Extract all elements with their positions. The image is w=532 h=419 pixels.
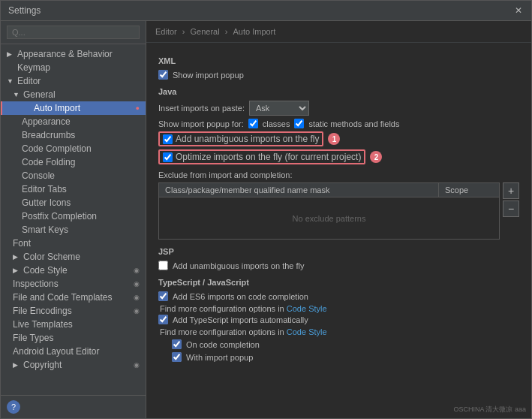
sidebar-item-file-types[interactable]: File Types (1, 331, 146, 345)
sidebar-item-label: Copyright (23, 360, 131, 370)
remove-exclude-button[interactable]: − (503, 200, 519, 217)
title-bar: Settings ✕ (1, 1, 531, 21)
sidebar-item-code-style[interactable]: ▶ Code Style ◉ (1, 264, 146, 277)
sidebar-item-appearance[interactable]: Appearance (1, 115, 146, 128)
ts-add-es6-label: Add ES6 imports on code completion (173, 292, 308, 301)
main-layout: ▶ Appearance & Behavior Keymap ▼ Editor … (1, 21, 531, 418)
sidebar-item-code-completion[interactable]: Code Completion (1, 142, 146, 155)
exclude-table-actions: + − (503, 182, 519, 217)
xml-show-import-popup-checkbox[interactable] (158, 70, 168, 80)
optimize-imports-checkbox[interactable] (163, 152, 173, 162)
ts-add-typescript-checkbox[interactable] (158, 315, 168, 324)
java-section-title: Java (158, 87, 519, 96)
sidebar-item-gutter-icons[interactable]: Gutter Icons (1, 196, 146, 210)
on-code-completion-checkbox[interactable] (172, 339, 182, 349)
breadcrumb-editor: Editor (155, 27, 177, 36)
add-exclude-button[interactable]: + (503, 182, 519, 199)
window-title: Settings (8, 5, 41, 16)
exclude-section-label: Exclude from import and completion: (158, 170, 519, 179)
sidebar-item-label: Code Folding (22, 157, 140, 167)
ts-add-typescript-row: Add TypeScript imports automatically (158, 315, 519, 324)
sidebar-item-editor[interactable]: ▼ Editor (1, 74, 146, 88)
ts-add-es6-checkbox[interactable] (158, 291, 168, 301)
sidebar-item-file-and-code-templates[interactable]: File and Code Templates ◉ (1, 291, 146, 304)
xml-show-import-popup-row: Show import popup (158, 70, 519, 80)
sidebar-item-code-folding[interactable]: Code Folding (1, 155, 146, 169)
sidebar-item-keymap[interactable]: Keymap (1, 61, 146, 74)
sidebar-item-label: Font (13, 238, 140, 249)
sidebar-item-appearance-behavior[interactable]: ▶ Appearance & Behavior (1, 47, 146, 61)
sidebar-item-file-encodings[interactable]: File Encodings ◉ (1, 304, 146, 318)
sidebar-item-label: Inspections (13, 279, 131, 289)
breadcrumb-auto-import: Auto Import (233, 27, 275, 36)
sidebar-item-general[interactable]: ▼ General (1, 88, 146, 101)
on-code-completion-label: On code completion (186, 340, 260, 349)
classes-checkbox[interactable] (248, 119, 258, 128)
sidebar-item-label: File and Code Templates (13, 292, 131, 303)
exclude-table-container: Class/package/member qualified name mask… (158, 182, 519, 240)
sidebar-item-color-scheme[interactable]: ▶ Color Scheme (1, 250, 146, 264)
ts-add-es6-row: Add ES6 imports on code completion (158, 291, 519, 301)
show-import-popup-for-label: Show import popup for: (158, 119, 244, 128)
sidebar-item-smart-keys[interactable]: Smart Keys (1, 223, 146, 237)
ts-find-more-2: Find more configuration options in Code … (158, 327, 519, 336)
sidebar-item-label: File Encodings (13, 306, 131, 316)
arrow-icon: ▶ (7, 50, 14, 58)
add-unambiguous-row: Add unambiguous imports on the fly 1 (158, 131, 519, 146)
insert-imports-row: Insert imports on paste: Ask (158, 101, 519, 116)
static-methods-checkbox[interactable] (294, 119, 304, 128)
sidebar-item-font[interactable]: Font (1, 237, 146, 250)
ts-code-style-link-1[interactable]: Code Style (287, 304, 327, 313)
col-scope-header: Scope (439, 183, 499, 197)
sidebar-item-auto-import[interactable]: Auto Import ● (1, 101, 146, 115)
sidebar-item-editor-tabs[interactable]: Editor Tabs (1, 182, 146, 196)
modified-icon: ◉ (134, 307, 140, 315)
sidebar-item-label: Editor Tabs (22, 184, 140, 194)
sidebar-item-label: Keymap (17, 62, 140, 73)
breadcrumb: Editor › General › Auto Import (146, 21, 531, 43)
sidebar: ▶ Appearance & Behavior Keymap ▼ Editor … (1, 21, 146, 418)
search-input[interactable] (7, 26, 140, 39)
col-name-header: Class/package/member qualified name mask (159, 183, 439, 197)
on-code-completion-row: On code completion (158, 339, 519, 349)
with-import-popup-label: With import popup (186, 353, 253, 362)
sidebar-item-copyright[interactable]: ▶ Copyright ◉ (1, 358, 146, 372)
breadcrumb-sep2: › (225, 27, 230, 36)
sidebar-bottom: ? (1, 395, 146, 418)
sidebar-item-label: Code Style (23, 265, 131, 276)
settings-window: Settings ✕ ▶ Appearance & Behavior Keyma… (0, 0, 532, 419)
jsp-add-unambiguous-checkbox[interactable] (158, 261, 168, 270)
exclude-table-body: No exclude patterns (159, 197, 499, 239)
ts-code-style-link-2[interactable]: Code Style (287, 327, 327, 336)
ts-find-more-1-text: Find more configuration options in (160, 304, 284, 313)
ts-find-more-2-text: Find more configuration options in (160, 327, 284, 336)
jsp-add-unambiguous-label: Add unambiguous imports on the fly (173, 261, 305, 270)
insert-imports-label: Insert imports on paste: (158, 104, 245, 113)
arrow-icon: ▶ (13, 361, 20, 369)
close-button[interactable]: ✕ (513, 5, 524, 16)
with-import-popup-checkbox[interactable] (172, 352, 182, 362)
sidebar-item-breadcrumbs[interactable]: Breadcrumbs (1, 128, 146, 142)
help-button[interactable]: ? (7, 400, 20, 414)
sidebar-item-label: Console (22, 170, 140, 181)
add-unambiguous-label: Add unambiguous imports on the fly (176, 134, 319, 144)
sidebar-item-live-templates[interactable]: Live Templates (1, 318, 146, 331)
ts-find-more-1: Find more configuration options in Code … (158, 304, 519, 313)
breadcrumb-general: General (191, 27, 220, 36)
sidebar-item-label: Postfix Completion (22, 211, 140, 222)
insert-imports-select[interactable]: Ask (249, 101, 309, 116)
sidebar-item-console[interactable]: Console (1, 169, 146, 182)
sidebar-item-inspections[interactable]: Inspections ◉ (1, 277, 146, 291)
exclude-table-header: Class/package/member qualified name mask… (159, 183, 499, 197)
search-bar (1, 21, 146, 44)
ts-add-typescript-label: Add TypeScript imports automatically (173, 315, 308, 324)
classes-label: classes (263, 119, 290, 128)
exclude-empty-label: No exclude patterns (293, 214, 366, 223)
sidebar-item-label: Code Completion (22, 143, 140, 154)
add-unambiguous-checkbox[interactable] (163, 134, 173, 144)
watermark: OSCHINA 清大微凉 aaa (453, 405, 526, 414)
sidebar-item-android-layout-editor[interactable]: Android Layout Editor (1, 345, 146, 358)
arrow-icon: ▶ (13, 253, 20, 261)
sidebar-item-postfix-completion[interactable]: Postfix Completion (1, 210, 146, 223)
optimize-imports-row: Optimize imports on the fly (for current… (158, 149, 519, 164)
